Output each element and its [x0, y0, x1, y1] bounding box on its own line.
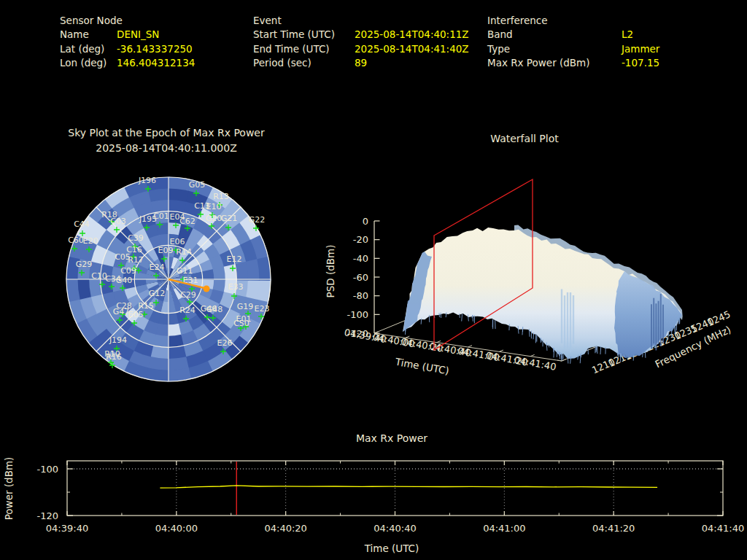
satellite-label: E09	[158, 246, 174, 255]
satellite-label: C50	[233, 319, 249, 328]
power-x-tick-label: 04:39:40	[46, 523, 88, 534]
wf-surface-fuzz	[405, 328, 406, 335]
waterfall-psd-axis-label: PSD (dBm)	[325, 245, 336, 298]
power-series-line	[160, 486, 657, 488]
wf-psd-tick-label: -60	[353, 272, 368, 283]
wf-psd-tick-label: -100	[347, 309, 368, 320]
satellite-label: E20	[83, 236, 98, 246]
satellite-label: C39	[128, 233, 144, 243]
wf-time-tick	[530, 354, 535, 356]
satellite-label: G05	[189, 180, 206, 190]
waterfall-plot: 04:39:4004:40:0004:40:2004:40:4004:41:00…	[344, 179, 732, 376]
satellite-label: G20	[206, 214, 222, 223]
satellite-label: E12	[227, 254, 242, 264]
satellite-label: R13	[213, 192, 229, 201]
satellite-label: E33	[228, 282, 244, 292]
wf-freq-tick	[557, 360, 562, 361]
wf-surface-fuzz	[559, 351, 560, 356]
satellite-label: C01	[153, 211, 169, 221]
satellite-label: R14	[176, 247, 192, 257]
satellite-label: C62	[179, 217, 196, 226]
satellite-label: G48	[206, 305, 223, 314]
satellite-label: G21	[221, 214, 238, 223]
power-x-tick-label: 04:41:40	[702, 523, 744, 534]
wf-surface-fuzz	[553, 348, 554, 352]
satellite-label: C44	[74, 219, 90, 229]
satellite-label: G29	[76, 260, 93, 269]
satellite-label: G11	[177, 266, 193, 276]
interference-bearing-dot	[204, 286, 210, 292]
power-x-axis-label: Time (UTC)	[364, 542, 419, 554]
waterfall-title: Waterfall Plot	[490, 133, 559, 144]
plots-canvas: J196G05R13C13E10R18C03J195C01E04G20G21G2…	[0, 0, 747, 560]
satellite-label: G47	[113, 307, 130, 316]
power-x-tick-label: 04:41:20	[592, 523, 635, 534]
power-x-tick-label: 04:40:40	[374, 523, 416, 534]
satellite-label: E05	[128, 310, 144, 319]
wf-surface-fuzz	[633, 355, 634, 361]
wf-surface-fuzz	[600, 346, 601, 354]
satellite-label: R17	[128, 255, 144, 265]
satellite-label: C03	[110, 217, 126, 226]
satellite-label: C29	[180, 290, 196, 300]
satellite-label: R16	[106, 352, 122, 362]
wf-psd-tick-label: -120	[347, 328, 368, 339]
power-y-tick-label: -100	[36, 464, 58, 475]
satellite-label: E24	[150, 262, 165, 272]
wf-psd-tick-label: -80	[353, 290, 368, 301]
power-plot-title: Max Rx Power	[356, 432, 427, 444]
sky-plot-title: Sky Plot at the Epoch of Max Rx Power	[68, 127, 265, 139]
wf-surface-fuzz	[421, 319, 422, 324]
wf-surface-fuzz	[557, 351, 557, 357]
wf-surface-fuzz	[645, 351, 646, 358]
power-x-tick-label: 04:40:00	[155, 523, 198, 534]
waterfall-time-axis-label: Time (UTC)	[394, 356, 450, 377]
wf-psd-tick-label: -40	[353, 253, 368, 264]
satellite-label: G19	[237, 302, 254, 311]
satellite-label: G12	[149, 289, 166, 298]
wf-psd-tick-label: -20	[353, 234, 368, 245]
wf-surface-fuzz	[441, 313, 441, 318]
max-rx-power-plot: 04:39:4004:40:0004:40:2004:40:4004:41:00…	[36, 461, 744, 534]
sky-plot-subtitle: 2025-08-14T04:40:11.000Z	[96, 142, 237, 154]
sensor-event-dashboard: { "app": { "background": "#000000", "tex…	[0, 0, 747, 560]
satellite-label: C60	[68, 236, 84, 245]
wf-surface-fuzz	[439, 313, 440, 317]
wf-surface-right-face	[614, 271, 682, 358]
power-y-axis-label: Power (dBm)	[3, 457, 15, 521]
wf-surface-fuzz	[462, 314, 462, 322]
satellite-label: R24	[179, 306, 196, 315]
satellite-label: J196	[138, 176, 156, 185]
satellite-label: G40	[116, 276, 133, 285]
satellite-label: E23	[255, 304, 270, 314]
satellite-label: E10	[206, 202, 222, 211]
sky-plot: J196G05R13C13E10R18C03J195C01E04G20G21G2…	[66, 176, 271, 382]
power-y-tick-label: -120	[36, 510, 58, 521]
power-x-tick-label: 04:40:20	[264, 523, 306, 534]
wf-surface-fuzz	[533, 332, 534, 339]
satellite-label: G22	[249, 215, 266, 225]
satellite-label: J194	[109, 335, 127, 345]
satellite-label: C09	[120, 266, 136, 276]
wf-psd-tick-label: 0	[363, 216, 368, 227]
satellite-label: E26	[217, 338, 233, 348]
power-x-tick-label: 04:41:00	[483, 523, 525, 534]
